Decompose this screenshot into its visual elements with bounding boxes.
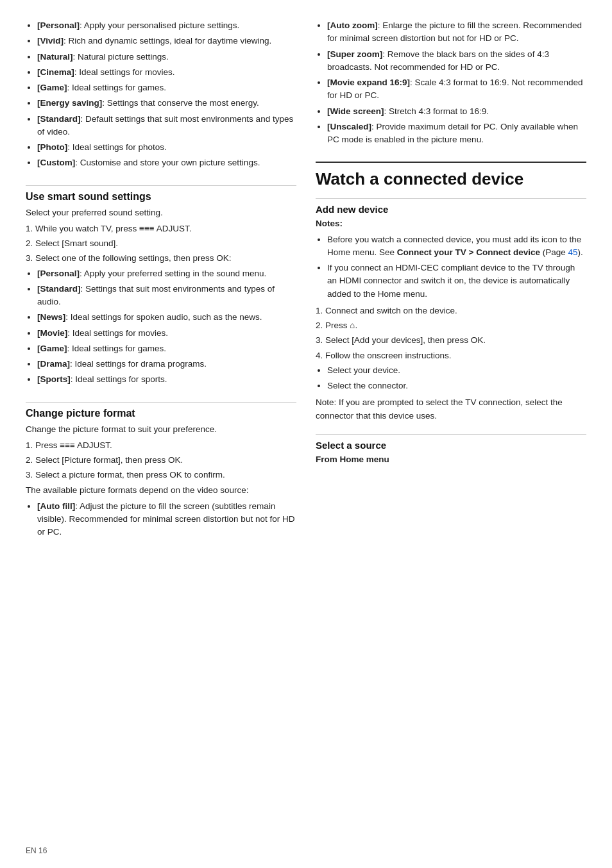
list-item: [Cinema]: Ideal settings for movies.	[37, 66, 296, 79]
page-container: [Personal]: Apply your personalised pict…	[0, 0, 612, 868]
list-item: [Movie]: Ideal settings for movies.	[37, 327, 296, 340]
left-column: [Personal]: Apply your personalised pict…	[26, 19, 296, 849]
watch-device-title: Watch a connected device	[316, 162, 586, 189]
change-picture-steps: 1. Press ≡≡≡ ADJUST.2. Select [Picture f…	[26, 439, 296, 482]
list-item: Before you watch a connected device, you…	[327, 233, 586, 260]
add-device-final-bullets: Select your device.Select the connector.	[327, 364, 586, 393]
list-item: [Auto zoom]: Enlarge the picture to fill…	[327, 19, 586, 46]
right-bullets-list: [Auto zoom]: Enlarge the picture to fill…	[327, 19, 586, 146]
change-picture-title: Change picture format	[26, 402, 296, 419]
change-picture-bullets: [Auto fill]: Adjust the picture to fill …	[37, 500, 296, 539]
step-text: 1. While you watch TV, press ≡≡≡ ADJUST.	[26, 222, 296, 235]
add-device-title: Add new device	[316, 198, 586, 215]
add-device-steps: 1. Connect and switch on the device.2. P…	[316, 305, 586, 362]
step-text: 3. Select [Add your devices], then press…	[316, 334, 586, 347]
add-device-section: Add new device Notes: Before you watch a…	[316, 198, 586, 422]
list-item: [Personal]: Apply your personalised pict…	[37, 19, 296, 32]
step-text: 4. Follow the onscreen instructions.	[316, 349, 586, 362]
list-item: [Custom]: Customise and store your own p…	[37, 156, 296, 169]
page-link[interactable]: 45	[568, 247, 578, 257]
list-item: [Photo]: Ideal settings for photos.	[37, 141, 296, 154]
smart-sound-intro: Select your preferred sound setting.	[26, 206, 296, 219]
change-picture-section: Change picture format Change the picture…	[26, 402, 296, 543]
step-text: 1. Press ≡≡≡ ADJUST.	[26, 439, 296, 452]
list-item: [Game]: Ideal settings for games.	[37, 342, 296, 355]
select-source-title: Select a source	[316, 434, 586, 451]
add-device-final-note: Note: If you are prompted to select the …	[316, 396, 586, 422]
step-text: 1. Connect and switch on the device.	[316, 305, 586, 317]
change-picture-note: The available picture formats depend on …	[26, 484, 296, 497]
select-source-section: Select a source From Home menu	[316, 434, 586, 466]
right-column: [Auto zoom]: Enlarge the picture to fill…	[316, 19, 586, 849]
list-item: [Wide screen]: Stretch 4:3 format to 16:…	[327, 105, 586, 118]
smart-sound-title: Use smart sound settings	[26, 185, 296, 203]
list-item: [Super zoom]: Remove the black bars on t…	[327, 48, 586, 74]
watch-device-section: Watch a connected device Add new device …	[316, 162, 586, 478]
intro-bullets-list: [Personal]: Apply your personalised pict…	[37, 19, 296, 170]
list-item: [Vivid]: Rich and dynamic settings, idea…	[37, 35, 296, 47]
change-picture-intro: Change the picture format to suit your p…	[26, 423, 296, 436]
from-home-menu: From Home menu	[316, 453, 586, 466]
list-item: [Standard]: Default settings that suit m…	[37, 113, 296, 139]
intro-bullets-section: [Personal]: Apply your personalised pict…	[26, 19, 296, 174]
notes-label: Notes:	[316, 217, 586, 230]
list-item: Select your device.	[327, 364, 586, 377]
step-text: 3. Select a picture format, then press O…	[26, 469, 296, 481]
list-item: Select the connector.	[327, 380, 586, 392]
list-item: [Movie expand 16:9]: Scale 4:3 format to…	[327, 76, 586, 103]
smart-sound-bullets: [Personal]: Apply your preferred setting…	[37, 267, 296, 387]
list-item: [Natural]: Natural picture settings.	[37, 51, 296, 63]
add-device-notes: Before you watch a connected device, you…	[327, 233, 586, 301]
right-intro-bullets-section: [Auto zoom]: Enlarge the picture to fill…	[316, 19, 586, 150]
page-footer: EN 16	[26, 846, 47, 855]
list-item: [Unscaled]: Provide maximum detail for P…	[327, 121, 586, 147]
list-item: [News]: Ideal settings for spoken audio,…	[37, 311, 296, 324]
list-item: [Auto fill]: Adjust the picture to fill …	[37, 500, 296, 539]
step-text: 2. Select [Smart sound].	[26, 237, 296, 250]
list-item: [Game]: Ideal settings for games.	[37, 81, 296, 94]
smart-sound-section: Use smart sound settings Select your pre…	[26, 185, 296, 390]
list-item: [Energy saving]: Settings that conserve …	[37, 97, 296, 110]
list-item: [Personal]: Apply your preferred setting…	[37, 267, 296, 280]
list-item: [Drama]: Ideal settings for drama progra…	[37, 358, 296, 371]
smart-sound-steps: 1. While you watch TV, press ≡≡≡ ADJUST.…	[26, 222, 296, 265]
step-text: 3. Select one of the following settings,…	[26, 252, 296, 265]
step-text: 2. Select [Picture format], then press O…	[26, 454, 296, 467]
list-item: [Sports]: Ideal settings for sports.	[37, 373, 296, 386]
step-text: 2. Press ⌂.	[316, 319, 586, 332]
list-item: [Standard]: Settings that suit most envi…	[37, 283, 296, 309]
list-item: If you connect an HDMI-CEC compliant dev…	[327, 262, 586, 301]
